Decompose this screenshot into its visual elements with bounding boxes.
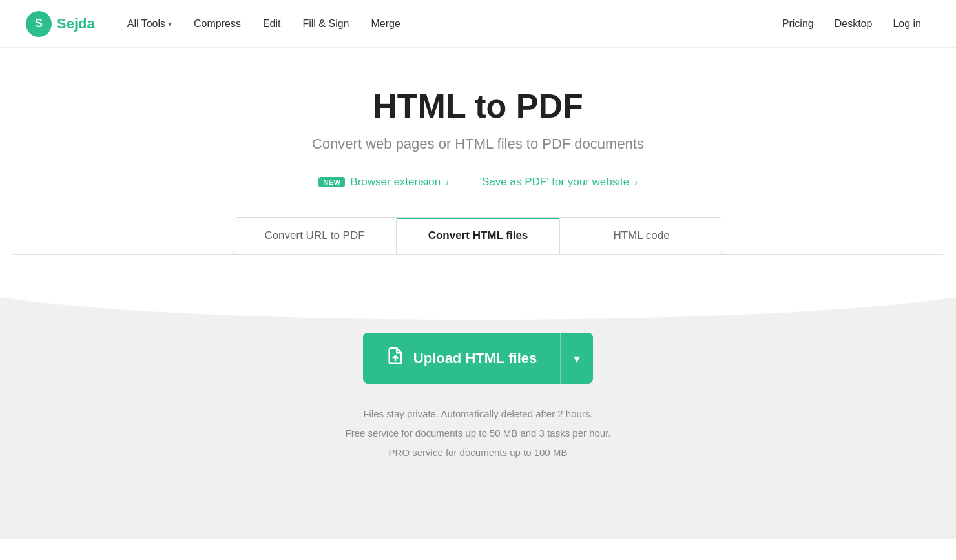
upload-button-label: Upload HTML files [413,350,537,367]
chevron-right-icon: › [446,177,449,187]
browser-extension-label: Browser extension [350,176,441,189]
chevron-right-icon-2: › [634,177,638,187]
feature-links: NEW Browser extension › 'Save as PDF' fo… [13,176,943,189]
chevron-down-icon: ▾ [168,19,172,28]
upload-info: Files stay private. Automatically delete… [345,404,610,462]
tab-html-code[interactable]: HTML code [560,218,723,254]
nav-left-items: All Tools ▾ Compress Edit Fill & Sign Me… [118,13,773,35]
nav-item-desktop[interactable]: Desktop [826,13,882,35]
nav-item-alltools[interactable]: All Tools ▾ [118,13,181,35]
nav-item-pricing[interactable]: Pricing [773,13,823,35]
save-as-pdf-label: 'Save as PDF' for your website [480,176,629,189]
upload-file-icon [386,347,404,369]
navigation: S Sejda All Tools ▾ Compress Edit Fill &… [0,0,956,48]
save-as-pdf-link[interactable]: 'Save as PDF' for your website › [480,176,638,189]
tab-convert-html[interactable]: Convert HTML files [397,218,560,254]
upload-info-line-1: Files stay private. Automatically delete… [345,404,610,424]
tabs: Convert URL to PDF Convert HTML files HT… [233,217,723,254]
tabs-container: Convert URL to PDF Convert HTML files HT… [13,217,943,254]
upload-dropdown-icon: ▾ [574,351,580,366]
nav-item-merge[interactable]: Merge [362,13,410,35]
browser-extension-link[interactable]: NEW Browser extension › [318,176,449,189]
upload-info-line-2: Free service for documents up to 50 MB a… [345,424,610,443]
tabs-wrapper: Convert URL to PDF Convert HTML files HT… [13,217,943,255]
nav-item-login[interactable]: Log in [884,13,930,35]
tab-convert-url[interactable]: Convert URL to PDF [233,218,397,254]
upload-main-button[interactable]: Upload HTML files [363,333,561,384]
logo-icon: S [26,11,52,37]
page-title: HTML to PDF [13,87,943,125]
nav-item-fillsign[interactable]: Fill & Sign [293,13,358,35]
upload-section: Upload HTML files ▾ Files stay private. … [0,281,956,539]
page-subtitle: Convert web pages or HTML files to PDF d… [13,136,943,152]
upload-dropdown-button[interactable]: ▾ [561,333,593,384]
logo-link[interactable]: S Sejda [26,11,95,37]
new-badge: NEW [318,177,345,187]
upload-info-line-3: PRO service for documents up to 100 MB [345,443,610,462]
tabs-divider [13,254,943,255]
nav-right-items: Pricing Desktop Log in [773,13,930,35]
brand-name: Sejda [57,16,95,32]
nav-item-compress[interactable]: Compress [185,13,250,35]
nav-item-edit[interactable]: Edit [254,13,290,35]
hero-section: HTML to PDF Convert web pages or HTML fi… [0,48,956,281]
upload-button-group[interactable]: Upload HTML files ▾ [363,333,594,384]
